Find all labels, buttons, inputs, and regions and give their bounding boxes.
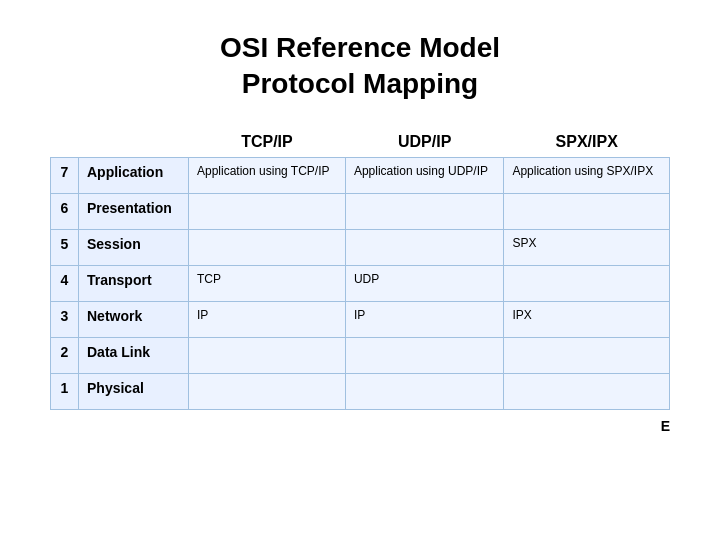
cell-tcpip: IP bbox=[189, 301, 346, 337]
header-empty bbox=[51, 133, 189, 158]
page-title: OSI Reference Model Protocol Mapping bbox=[220, 30, 500, 103]
row-number: 7 bbox=[51, 157, 79, 193]
table-row: 5SessionSPX bbox=[51, 229, 670, 265]
row-number: 1 bbox=[51, 373, 79, 409]
cell-udpip: UDP bbox=[345, 265, 504, 301]
header-tcpip: TCP/IP bbox=[189, 133, 346, 158]
row-label: Presentation bbox=[79, 193, 189, 229]
table-row: 7ApplicationApplication using TCP/IPAppl… bbox=[51, 157, 670, 193]
cell-udpip: Application using UDP/IP bbox=[345, 157, 504, 193]
cell-spxipx bbox=[504, 193, 670, 229]
osi-table-container: TCP/IP UDP/IP SPX/IPX 7ApplicationApplic… bbox=[50, 133, 670, 434]
cell-spxipx bbox=[504, 373, 670, 409]
row-label: Transport bbox=[79, 265, 189, 301]
table-row: 4TransportTCPUDP bbox=[51, 265, 670, 301]
row-label: Session bbox=[79, 229, 189, 265]
cell-spxipx: Application using SPX/IPX bbox=[504, 157, 670, 193]
osi-table: TCP/IP UDP/IP SPX/IPX 7ApplicationApplic… bbox=[50, 133, 670, 410]
cell-spxipx: IPX bbox=[504, 301, 670, 337]
cell-spxipx: SPX bbox=[504, 229, 670, 265]
row-number: 5 bbox=[51, 229, 79, 265]
row-number: 3 bbox=[51, 301, 79, 337]
cell-udpip: IP bbox=[345, 301, 504, 337]
cell-tcpip: TCP bbox=[189, 265, 346, 301]
footer-label: E bbox=[50, 410, 670, 434]
cell-tcpip bbox=[189, 229, 346, 265]
row-label: Network bbox=[79, 301, 189, 337]
cell-tcpip bbox=[189, 193, 346, 229]
table-row: 1Physical bbox=[51, 373, 670, 409]
cell-spxipx bbox=[504, 337, 670, 373]
table-row: 3NetworkIPIPIPX bbox=[51, 301, 670, 337]
cell-tcpip: Application using TCP/IP bbox=[189, 157, 346, 193]
cell-spxipx bbox=[504, 265, 670, 301]
cell-tcpip bbox=[189, 373, 346, 409]
row-number: 6 bbox=[51, 193, 79, 229]
row-number: 4 bbox=[51, 265, 79, 301]
table-row: 6Presentation bbox=[51, 193, 670, 229]
cell-udpip bbox=[345, 193, 504, 229]
cell-udpip bbox=[345, 229, 504, 265]
header-udpip: UDP/IP bbox=[345, 133, 504, 158]
row-label: Physical bbox=[79, 373, 189, 409]
row-number: 2 bbox=[51, 337, 79, 373]
row-label: Data Link bbox=[79, 337, 189, 373]
cell-udpip bbox=[345, 373, 504, 409]
row-label: Application bbox=[79, 157, 189, 193]
table-row: 2Data Link bbox=[51, 337, 670, 373]
table-header-row: TCP/IP UDP/IP SPX/IPX bbox=[51, 133, 670, 158]
cell-udpip bbox=[345, 337, 504, 373]
cell-tcpip bbox=[189, 337, 346, 373]
header-spxipx: SPX/IPX bbox=[504, 133, 670, 158]
